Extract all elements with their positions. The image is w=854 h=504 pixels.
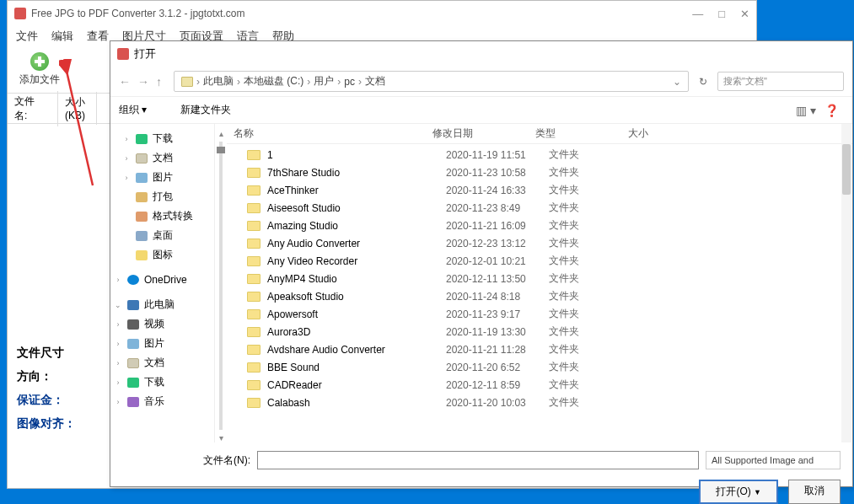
cell-name: Calabash <box>267 397 446 409</box>
maximize-button[interactable]: □ <box>718 8 725 20</box>
col-size[interactable]: 大小 (KB) <box>58 92 97 125</box>
app-icon <box>14 8 26 19</box>
col-size[interactable]: 大小 <box>621 126 672 141</box>
cell-type: 文件夹 <box>549 271 642 286</box>
menu-view[interactable]: 查看 <box>87 29 109 44</box>
cell-name: Aurora3D <box>267 326 446 338</box>
close-button[interactable]: ✕ <box>740 8 749 20</box>
ic-docs-icon <box>136 153 148 164</box>
ic-docs-icon <box>127 358 139 368</box>
list-item[interactable]: Aurora3D 2020-11-19 13:30 文件夹 <box>227 323 852 340</box>
tree-label: 打包 <box>153 190 173 204</box>
tree-item[interactable]: ›文档 <box>114 353 211 373</box>
open-button[interactable]: 打开(O) ▼ <box>699 480 778 504</box>
list-item[interactable]: Apeaksoft Studio 2020-11-24 8:18 文件夹 <box>227 287 852 305</box>
dialog-footer: 文件名(N): All Supported Image and 打开(O) ▼ … <box>110 442 852 504</box>
help-button[interactable]: ❓ <box>824 104 839 117</box>
folder-icon <box>247 221 260 231</box>
tree-divider-slider[interactable]: ▴▾ <box>215 124 227 442</box>
cell-name: 1 <box>267 149 446 161</box>
cell-type: 文件夹 <box>549 289 642 303</box>
cancel-button[interactable]: 取消 <box>788 480 841 504</box>
crumb-docs[interactable]: 文档 <box>365 74 385 88</box>
col-name[interactable]: 名称 <box>227 126 426 141</box>
tree-item[interactable]: ›下载 <box>114 129 211 148</box>
list-item[interactable]: Avdshare Audio Converter 2020-11-21 11:2… <box>227 340 852 358</box>
nav-forward-icon[interactable]: → <box>137 75 149 88</box>
breadcrumb-dropdown-icon[interactable]: ⌄ <box>673 76 681 88</box>
cell-type: 文件夹 <box>549 395 642 410</box>
sidebar-properties: 文件尺寸 方向： 保证金： 图像对齐： <box>17 340 76 435</box>
tree-item[interactable]: 格式转换 <box>114 206 211 226</box>
view-mode-button[interactable]: ▥ ▾ <box>796 104 816 117</box>
tree-item[interactable]: 图标 <box>114 245 211 265</box>
tree-item[interactable]: 桌面 <box>114 226 211 245</box>
list-item[interactable]: Apowersoft 2020-11-23 9:17 文件夹 <box>227 305 852 323</box>
menu-file[interactable]: 文件 <box>16 29 38 44</box>
list-item[interactable]: 7thShare Studio 2020-11-23 10:58 文件夹 <box>227 164 852 181</box>
ic-pc-icon <box>127 300 139 310</box>
folder-icon <box>247 309 260 319</box>
tree-item[interactable]: ›下载 <box>114 373 211 392</box>
tree-item[interactable]: ›音乐 <box>114 392 211 411</box>
tree-item[interactable]: ›文档 <box>114 148 211 168</box>
file-open-dialog: 打开 ← → ↑ › 此电脑› 本地磁盘 (C:)› 用户› pc› 文档 ⌄ … <box>110 40 853 487</box>
tree-item[interactable]: ›OneDrive <box>114 271 211 288</box>
col-type[interactable]: 类型 <box>529 126 621 141</box>
breadcrumb[interactable]: › 此电脑› 本地磁盘 (C:)› 用户› pc› 文档 ⌄ <box>174 71 689 92</box>
cell-date: 2020-11-21 16:09 <box>446 220 549 232</box>
refresh-button[interactable]: ↻ <box>694 76 712 88</box>
tree-item[interactable]: ⌄此电脑 <box>114 295 211 314</box>
menu-edit[interactable]: 编辑 <box>51 29 73 44</box>
ic-icons-icon <box>136 250 148 260</box>
cell-type: 文件夹 <box>549 254 642 268</box>
cell-name: AnyMP4 Studio <box>267 273 446 285</box>
add-file-button[interactable]: 添加文件 <box>19 52 60 87</box>
nav-up-icon[interactable]: ↑ <box>156 75 162 88</box>
folder-icon <box>247 380 260 390</box>
search-input[interactable]: 搜索"文档" <box>717 72 844 91</box>
nav-tree: ›下载›文档›图片打包格式转换桌面图标›OneDrive⌄此电脑›视频›图片›文… <box>110 124 215 442</box>
cell-date: 2020-11-23 8:49 <box>446 202 549 214</box>
nav-back-icon[interactable]: ← <box>119 75 131 88</box>
minimize-button[interactable]: — <box>692 8 703 20</box>
cell-name: Apeaksoft Studio <box>267 291 446 303</box>
cell-name: Any Video Recorder <box>267 255 446 267</box>
new-folder-button[interactable]: 新建文件夹 <box>180 103 231 117</box>
tree-item[interactable]: ›视频 <box>114 314 211 334</box>
crumb-pc[interactable]: 此电脑 <box>203 74 234 88</box>
folder-icon <box>247 274 260 284</box>
cell-type: 文件夹 <box>549 236 642 250</box>
prop-orientation: 方向： <box>17 364 76 388</box>
col-filename[interactable]: 文件 名: <box>8 91 58 126</box>
organize-button[interactable]: 组织 ▾ <box>119 103 147 117</box>
list-item[interactable]: Any Audio Converter 2020-12-23 13:12 文件夹 <box>227 234 852 252</box>
list-item[interactable]: Any Video Recorder 2020-12-01 10:21 文件夹 <box>227 252 852 270</box>
tree-label: 图标 <box>153 248 173 262</box>
cell-date: 2020-11-24 8:18 <box>446 291 549 303</box>
list-item[interactable]: AnyMP4 Studio 2020-12-11 13:50 文件夹 <box>227 270 852 287</box>
crumb-disk[interactable]: 本地磁盘 (C:) <box>244 74 303 88</box>
list-item[interactable]: Aiseesoft Studio 2020-11-23 8:49 文件夹 <box>227 199 852 217</box>
list-item[interactable]: BBE Sound 2020-11-20 6:52 文件夹 <box>227 358 852 376</box>
prop-align: 图像对齐： <box>17 411 76 435</box>
crumb-users[interactable]: 用户 <box>314 74 334 88</box>
list-item[interactable]: Calabash 2020-11-20 10:03 文件夹 <box>227 394 852 411</box>
tree-item[interactable]: ›图片 <box>114 168 211 187</box>
cell-name: Apowersoft <box>267 308 446 320</box>
list-item[interactable]: 1 2020-11-19 11:51 文件夹 <box>227 146 852 164</box>
list-item[interactable]: Amazing Studio 2020-11-21 16:09 文件夹 <box>227 217 852 234</box>
col-date[interactable]: 修改日期 <box>426 126 529 141</box>
tree-item[interactable]: 打包 <box>114 187 211 206</box>
list-item[interactable]: CADReader 2020-12-11 8:59 文件夹 <box>227 376 852 394</box>
list-item[interactable]: AceThinker 2020-11-24 16:33 文件夹 <box>227 181 852 199</box>
tree-label: 图片 <box>144 336 164 351</box>
scrollbar-thumb[interactable] <box>842 144 851 195</box>
filename-input[interactable] <box>257 451 699 469</box>
ic-download-icon <box>127 378 139 388</box>
tree-item[interactable]: ›图片 <box>114 334 211 353</box>
ic-pic-icon <box>136 173 148 183</box>
crumb-pcuser[interactable]: pc <box>344 76 355 88</box>
filetype-filter[interactable]: All Supported Image and <box>706 451 841 469</box>
cell-type: 文件夹 <box>549 165 642 180</box>
